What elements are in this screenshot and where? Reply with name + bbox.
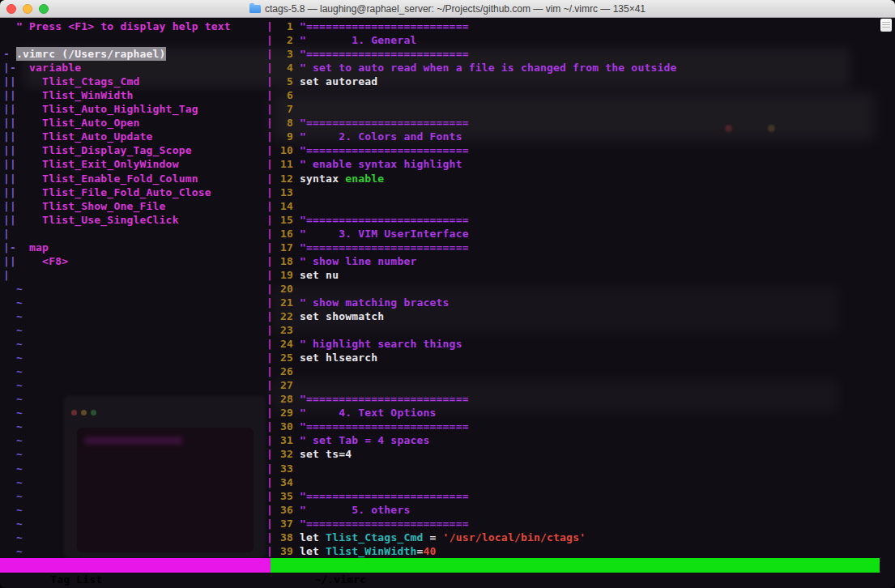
fold-marker	[3, 462, 16, 475]
taglist-entry[interactable]: <F8>	[16, 254, 68, 268]
editor-line[interactable]: 12syntax enable	[275, 172, 880, 185]
statusline-taglist[interactable]: Tag List	[0, 558, 271, 573]
editor-line[interactable]: 37"=========================	[275, 517, 880, 530]
editor-line[interactable]: 30"=========================	[275, 420, 880, 433]
taglist-entry[interactable]: Tlist_Show_One_File	[16, 199, 166, 213]
taglist-empty-row: ~	[3, 282, 267, 296]
taglist-empty-row: ~	[3, 544, 267, 558]
taglist-entry[interactable]: Tlist_Use_SingleClick	[16, 213, 179, 227]
editor-line[interactable]: 7	[275, 102, 880, 116]
taglist-row[interactable]: |- map	[3, 241, 267, 254]
nontext-tilde: ~	[16, 503, 23, 517]
taglist-entry[interactable]: Tlist_Display_Tag_Scope	[16, 143, 192, 157]
editor-line[interactable]: 16" 3. VIM UserInterface	[275, 227, 880, 241]
line-text: let Tlist_WinWidth=40	[300, 544, 437, 558]
taglist-entry[interactable]: Tlist_Exit_OnlyWindow	[16, 157, 179, 171]
editor-line[interactable]: 24" highlight search things	[275, 337, 880, 351]
editor-line[interactable]: 14	[275, 199, 880, 213]
taglist-entry[interactable]: " Press <F1> to display help text	[16, 19, 231, 33]
command-line[interactable]	[0, 572, 895, 588]
taglist-row[interactable]: || Tlist_Auto_Open	[3, 116, 267, 130]
fold-marker: |	[3, 268, 16, 282]
editor-line[interactable]: 13	[275, 185, 880, 199]
editor-line[interactable]: 5set autoread	[275, 75, 880, 88]
editor-line[interactable]: 19set nu	[275, 268, 880, 282]
editor-line[interactable]: 31" set Tab = 4 spaces	[275, 433, 880, 447]
editor-line[interactable]: 29" 4. Text Options	[275, 406, 880, 420]
taglist-entry[interactable]: Tlist_Ctags_Cmd	[16, 75, 140, 88]
editor-line[interactable]: 11" enable syntax highlight	[275, 157, 880, 171]
line-number: 13	[275, 185, 293, 199]
taglist-entry[interactable]: map	[16, 241, 49, 254]
fold-marker	[3, 309, 16, 323]
taglist-row[interactable]: || Tlist_WinWidth	[3, 88, 267, 102]
editor-line[interactable]: 33	[275, 462, 880, 475]
editor-pane[interactable]: 1"=========================2" 1. General…	[275, 19, 880, 558]
editor-line[interactable]: 38let Tlist_Ctags_Cmd = '/usr/local/bin/…	[275, 530, 880, 544]
editor-line[interactable]: 32set ts=4	[275, 447, 880, 461]
editor-line[interactable]: 17"=========================	[275, 241, 880, 254]
editor-line[interactable]: 35"=========================	[275, 489, 880, 503]
taglist-row[interactable]: |	[3, 268, 267, 282]
editor-line[interactable]: 18" show line number	[275, 254, 880, 268]
editor-line[interactable]: 1"=========================	[275, 19, 880, 33]
titlebar[interactable]: ctags-5.8 — laughing@raphael_server: ~/P…	[0, 0, 895, 18]
line-text: "=========================	[300, 19, 469, 33]
taglist-entry[interactable]: Tlist_Auto_Open	[16, 116, 140, 130]
line-number: 33	[275, 462, 293, 475]
taglist-entry[interactable]: Tlist_Auto_Highlight_Tag	[16, 102, 198, 116]
statusline-vimrc[interactable]: ~/.vimrc	[271, 558, 880, 573]
taglist-row[interactable]: || Tlist_Ctags_Cmd	[3, 75, 267, 88]
editor-line[interactable]: 21" show matching bracets	[275, 296, 880, 309]
line-number: 1	[275, 19, 293, 33]
taglist-row[interactable]: || Tlist_Auto_Update	[3, 130, 267, 143]
editor-line[interactable]: 22set showmatch	[275, 309, 880, 323]
editor-line[interactable]: 8"=========================	[275, 116, 880, 130]
editor-line[interactable]: 25set hlsearch	[275, 351, 880, 364]
editor-line[interactable]: 34	[275, 475, 880, 489]
taglist-row[interactable]: || Tlist_Show_One_File	[3, 199, 267, 213]
editor-line[interactable]: 4" set to auto read when a file is chang…	[275, 61, 880, 75]
terminal-content[interactable]: " Press <F1> to display help text-.vimrc…	[0, 18, 895, 588]
editor-line[interactable]: 6	[275, 88, 880, 102]
taglist-entry[interactable]: Tlist_Auto_Update	[16, 130, 153, 143]
taglist-row[interactable]: " Press <F1> to display help text	[3, 19, 267, 33]
line-text: "=========================	[300, 47, 469, 61]
taglist-entry[interactable]: variable	[16, 61, 81, 75]
editor-line[interactable]: 26	[275, 364, 880, 378]
editor-line[interactable]: 3"=========================	[275, 47, 880, 61]
taglist-row[interactable]: || <F8>	[3, 254, 267, 268]
taglist-row[interactable]: || Tlist_File_Fold_Auto_Close	[3, 185, 267, 199]
taglist-file-entry[interactable]: .vimrc (/Users/raphael)	[16, 47, 166, 61]
taglist-pane[interactable]: " Press <F1> to display help text-.vimrc…	[3, 19, 267, 558]
taglist-row[interactable]: || Tlist_Enable_Fold_Column	[3, 172, 267, 185]
taglist-entry[interactable]: Tlist_WinWidth	[16, 88, 133, 102]
taglist-row[interactable]: || Tlist_Exit_OnlyWindow	[3, 157, 267, 171]
taglist-row[interactable]: -.vimrc (/Users/raphael)	[3, 47, 267, 61]
taglist-row[interactable]: || Tlist_Display_Tag_Scope	[3, 143, 267, 157]
taglist-row[interactable]: || Tlist_Use_SingleClick	[3, 213, 267, 227]
taglist-row[interactable]: || Tlist_Auto_Highlight_Tag	[3, 102, 267, 116]
editor-line[interactable]: 39let Tlist_WinWidth=40	[275, 544, 880, 558]
editor-line[interactable]: 28"=========================	[275, 392, 880, 406]
editor-line[interactable]: 9" 2. Colors and Fonts	[275, 130, 880, 143]
window-separator[interactable]: | | | | | | | | | | | | | | | | | | | | …	[266, 19, 273, 558]
line-text: "=========================	[300, 116, 469, 130]
taglist-row[interactable]: |	[3, 227, 267, 241]
taglist-row[interactable]	[3, 33, 267, 47]
taglist-entry[interactable]: Tlist_File_Fold_Auto_Close	[16, 185, 211, 199]
editor-line[interactable]: 15"=========================	[275, 213, 880, 227]
editor-line[interactable]: 23	[275, 323, 880, 337]
taglist-row[interactable]: |- variable	[3, 61, 267, 75]
editor-line[interactable]: 20	[275, 282, 880, 296]
fold-marker: ||	[3, 254, 16, 268]
line-text: let Tlist_Ctags_Cmd = '/usr/local/bin/ct…	[300, 530, 586, 544]
line-text: " show line number	[300, 254, 416, 268]
editor-line[interactable]: 27	[275, 378, 880, 392]
editor-line[interactable]: 10"=========================	[275, 143, 880, 157]
editor-line[interactable]: 36" 5. others	[275, 503, 880, 517]
line-number: 15	[275, 213, 293, 227]
line-number: 16	[275, 227, 293, 241]
taglist-entry[interactable]: Tlist_Enable_Fold_Column	[16, 172, 198, 185]
editor-line[interactable]: 2" 1. General	[275, 33, 880, 47]
